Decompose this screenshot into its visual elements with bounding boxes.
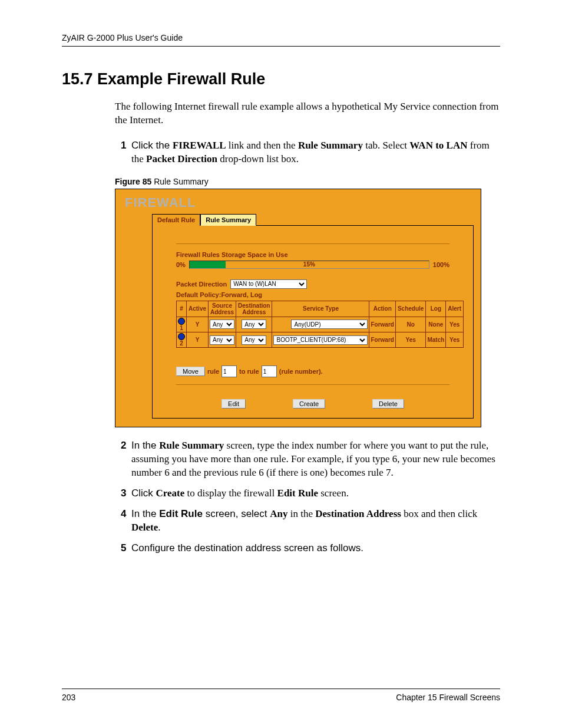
page-number: 203 xyxy=(62,693,75,702)
step-text: to display the firewall xyxy=(184,487,277,499)
step-number: 5 xyxy=(121,542,131,555)
term-rule-summary: Rule Summary xyxy=(298,140,363,151)
term-wan-to-lan: WAN to LAN xyxy=(409,140,467,151)
term-any: Any xyxy=(270,508,287,519)
packet-direction-select[interactable]: WAN to (W)LAN xyxy=(230,279,307,289)
radio-icon[interactable] xyxy=(178,333,185,340)
step-text: In the xyxy=(131,508,159,519)
storage-15pct: 15% xyxy=(303,261,315,268)
src-select[interactable]: Any xyxy=(210,335,234,345)
tab-bar: Default Rule Rule Summary xyxy=(152,214,474,226)
section-heading: 15.7 Example Firewall Rule xyxy=(62,70,500,88)
row-log: Match xyxy=(426,332,446,348)
rules-table: # Active Source Address Destination Addr… xyxy=(176,301,464,348)
svc-select[interactable]: BOOTP_CLIENT(UDP:68) xyxy=(273,335,368,345)
row-active: Y xyxy=(187,317,209,332)
th-src: Source Address xyxy=(209,301,236,317)
term-destination-address: Destination Address xyxy=(315,508,401,519)
step-text: . xyxy=(158,522,160,533)
panel: Firewall Rules Storage Space in Use 0% 1… xyxy=(152,225,474,419)
tab-rule-summary[interactable]: Rule Summary xyxy=(200,214,256,226)
row-num: 2 xyxy=(180,340,183,347)
figure-label: Figure 85 xyxy=(115,177,151,186)
step-text: screen, select xyxy=(203,508,270,519)
step-text: Click the xyxy=(131,140,173,151)
step-text: tab. Select xyxy=(363,140,409,151)
term-packet-direction: Packet Direction xyxy=(146,153,217,164)
th-dst: Destination Address xyxy=(236,301,272,317)
chapter-label: Chapter 15 Firewall Screens xyxy=(396,693,500,702)
row-action: Forward xyxy=(369,317,395,332)
step-4: 4 In the Edit Rule screen, select Any in… xyxy=(121,508,500,535)
step-text: box and then click xyxy=(401,508,477,519)
figure-title: Rule Summary xyxy=(151,177,208,186)
step-text: screen. xyxy=(318,487,349,499)
row-action: Forward xyxy=(369,332,395,348)
move-button[interactable]: Move xyxy=(176,367,205,376)
row-num: 1 xyxy=(180,325,183,331)
storage-fill xyxy=(190,261,226,268)
delete-button[interactable]: Delete xyxy=(372,399,404,409)
th-log: Log xyxy=(426,301,446,317)
storage-0pct: 0% xyxy=(176,261,186,268)
tab-default-rule[interactable]: Default Rule xyxy=(152,214,200,226)
storage-title: Firewall Rules Storage Space in Use xyxy=(176,251,449,258)
edit-button[interactable]: Edit xyxy=(222,399,246,409)
radio-icon[interactable] xyxy=(178,318,185,325)
src-select[interactable]: Any xyxy=(210,319,234,329)
dst-select[interactable]: Any xyxy=(242,319,266,329)
step-number: 3 xyxy=(121,487,131,500)
th-sched: Schedule xyxy=(395,301,425,317)
storage-bar: 15% xyxy=(189,261,429,269)
page-header: ZyAIR G-2000 Plus User's Guide xyxy=(62,33,500,47)
create-button[interactable]: Create xyxy=(293,399,325,409)
to-rule-label: to rule xyxy=(239,368,259,375)
step-5: 5 Configure the destination address scre… xyxy=(121,542,500,555)
th-active: Active xyxy=(187,301,209,317)
step-text: Configure the destination address screen… xyxy=(131,542,500,555)
step-2: 2 In the Rule Summary screen, type the i… xyxy=(121,439,500,480)
svc-select[interactable]: Any(UDP) xyxy=(291,319,368,329)
term-rule-summary: Rule Summary xyxy=(159,440,224,451)
step-1: 1 Click the FIREWALL link and then the R… xyxy=(121,139,500,166)
row-log: None xyxy=(426,317,446,332)
dst-select[interactable]: Any xyxy=(242,335,266,345)
row-sched: No xyxy=(395,317,425,332)
term-delete: Delete xyxy=(131,522,158,533)
storage-100pct: 100% xyxy=(433,261,449,268)
th-alert: Alert xyxy=(446,301,464,317)
step-number: 2 xyxy=(121,439,131,480)
row-sched: Yes xyxy=(395,332,425,348)
th-svc: Service Type xyxy=(272,301,369,317)
row-alert: Yes xyxy=(446,332,464,348)
screenshot-title: FIREWALL xyxy=(123,195,474,210)
step-number: 4 xyxy=(121,508,131,535)
step-3: 3 Click Create to display the firewall E… xyxy=(121,487,500,500)
table-row: 2 Y Any Any BOOTP_CLIENT(UDP:68) Forward… xyxy=(177,332,464,348)
rule-tail: (rule number). xyxy=(279,368,323,375)
step-text: Click xyxy=(131,487,156,499)
step-number: 1 xyxy=(121,139,131,166)
figure-caption: Figure 85 Rule Summary xyxy=(115,177,500,186)
term-create: Create xyxy=(156,487,185,499)
term-edit-rule: Edit Rule xyxy=(159,508,203,519)
table-row: 1 Y Any Any Any(UDP) Forward No None Yes xyxy=(177,317,464,332)
screenshot-rule-summary: FIREWALL Default Rule Rule Summary Firew… xyxy=(115,189,481,428)
row-active: Y xyxy=(187,332,209,348)
term-edit-rule: Edit Rule xyxy=(277,487,318,499)
rule-to-input[interactable] xyxy=(262,365,277,377)
term-firewall: FIREWALL xyxy=(173,140,226,151)
row-alert: Yes xyxy=(446,317,464,332)
th-action: Action xyxy=(369,301,395,317)
rule-from-input[interactable] xyxy=(222,365,237,377)
step-text: in the xyxy=(288,508,316,519)
th-num: # xyxy=(177,301,187,317)
intro-paragraph: The following Internet firewall rule exa… xyxy=(115,100,500,127)
packet-direction-label: Packet Direction xyxy=(176,281,227,288)
rule-label: rule xyxy=(207,368,219,375)
step-text: drop-down list box. xyxy=(217,153,299,164)
step-text: link and then the xyxy=(226,140,298,151)
step-text: In the xyxy=(131,440,159,451)
default-policy: Default Policy:Forward, Log xyxy=(176,291,449,298)
